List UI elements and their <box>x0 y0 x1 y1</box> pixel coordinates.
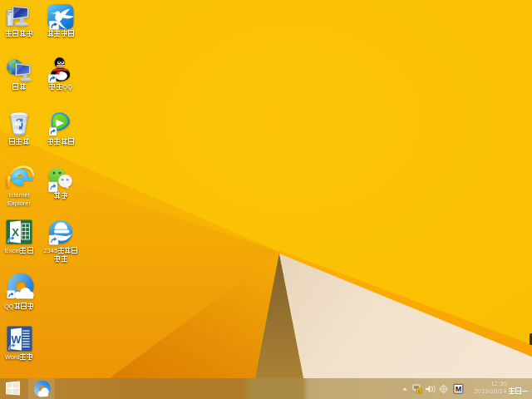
svg-text:M: M <box>456 385 462 393</box>
svg-text:X: X <box>12 226 19 239</box>
